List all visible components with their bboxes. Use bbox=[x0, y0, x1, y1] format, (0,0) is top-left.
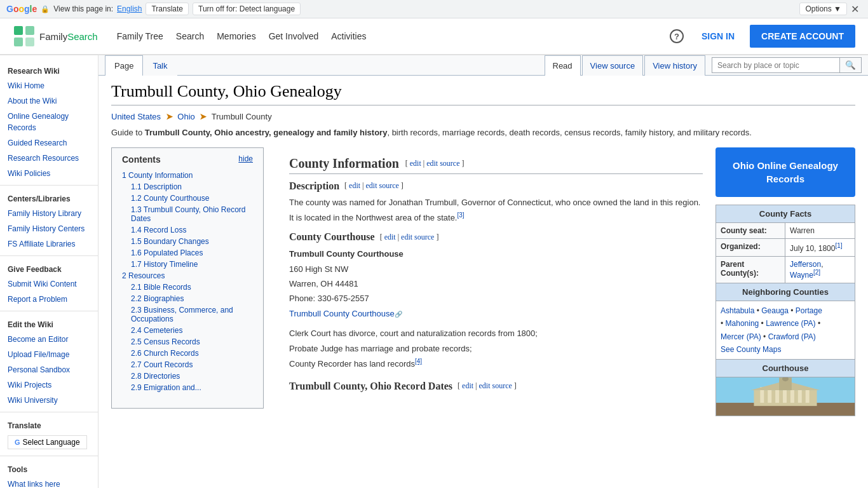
breadcrumb: United States ➤ Ohio ➤ Trumbull County bbox=[111, 112, 855, 121]
parent-county-wayne[interactable]: Wayne bbox=[790, 271, 813, 280]
intro-rest: , birth records, marriage records, death… bbox=[387, 128, 751, 137]
contents-link[interactable]: 2.2 Biographies bbox=[131, 294, 184, 303]
description-edit-link[interactable]: edit bbox=[349, 181, 360, 190]
lawrence-pa-link[interactable]: Lawrence (PA) bbox=[766, 319, 815, 328]
contents-link[interactable]: 1.3 Trumbull County, Ohio Record Dates bbox=[131, 205, 246, 223]
close-translate-button[interactable]: ✕ bbox=[848, 3, 862, 15]
description-edit-source-link[interactable]: edit source bbox=[366, 181, 399, 190]
mahoning-link[interactable]: Mahoning bbox=[726, 319, 759, 328]
wiki-search-button[interactable]: 🔍 bbox=[839, 58, 861, 72]
contents-link[interactable]: 1.7 History Timeline bbox=[131, 260, 198, 269]
contents-link[interactable]: 1.5 Boundary Changes bbox=[131, 237, 209, 246]
contents-list: 1 County Information 1.1 Description 1.2… bbox=[122, 170, 253, 393]
sidebar-personal-sandbox[interactable]: Personal Sandbox bbox=[0, 362, 98, 377]
contents-link[interactable]: 2.5 Census Records bbox=[131, 337, 200, 346]
portage-link[interactable]: Portage bbox=[796, 306, 822, 315]
description-ref[interactable]: [3] bbox=[457, 212, 464, 219]
breadcrumb-us[interactable]: United States bbox=[111, 112, 161, 121]
list-item: 2.6 Church Records bbox=[122, 348, 253, 359]
sign-in-button[interactable]: SIGN IN bbox=[694, 26, 742, 46]
contents-link[interactable]: 1.1 Description bbox=[131, 182, 182, 191]
list-item: 1.7 History Timeline bbox=[122, 259, 253, 270]
list-item: 2.7 Court Records bbox=[122, 359, 253, 370]
sidebar-wiki-home[interactable]: Wiki Home bbox=[0, 78, 98, 93]
contents-link[interactable]: 2.1 Bible Records bbox=[131, 283, 191, 292]
contents-hide-link[interactable]: hide bbox=[238, 154, 253, 165]
translate-language-link[interactable]: English bbox=[117, 4, 142, 13]
parent-county-jefferson[interactable]: Jefferson bbox=[790, 260, 821, 269]
wiki-search-input[interactable] bbox=[712, 58, 839, 72]
tools-title: Tools bbox=[0, 460, 98, 477]
breadcrumb-ohio[interactable]: Ohio bbox=[177, 112, 194, 121]
logo-link[interactable]: FamilySearch bbox=[13, 25, 98, 48]
sidebar-what-links[interactable]: What links here bbox=[0, 477, 98, 488]
contents-link[interactable]: 1.4 Record Loss bbox=[131, 226, 186, 234]
clerk-info2: Probate Judge has marriage and probate r… bbox=[289, 344, 472, 353]
sidebar-online-genealogy[interactable]: Online Genealogy Records bbox=[0, 109, 98, 135]
courthouse-website-link[interactable]: Trumbull County Courthouse🔗 bbox=[289, 309, 402, 318]
county-info-edit-link[interactable]: edit bbox=[410, 159, 421, 168]
courthouse-section: County Courthouse [ edit | edit source ] bbox=[289, 231, 703, 243]
crawford-pa-link[interactable]: Crawford (PA) bbox=[768, 332, 816, 341]
organized-ref[interactable]: [1] bbox=[835, 242, 842, 249]
tab-talk[interactable]: Talk bbox=[143, 55, 177, 76]
help-button[interactable]: ? bbox=[667, 27, 686, 46]
list-item: 1.4 Record Loss bbox=[122, 224, 253, 236]
sidebar-report-problem[interactable]: Report a Problem bbox=[0, 292, 98, 307]
see-county-maps-link[interactable]: See County Maps bbox=[721, 345, 781, 354]
sidebar-wiki-projects[interactable]: Wiki Projects bbox=[0, 377, 98, 393]
contents-link[interactable]: 2 Resources bbox=[122, 271, 165, 280]
nav-memories[interactable]: Memories bbox=[217, 31, 255, 41]
mercer-pa-link[interactable]: Mercer (PA) bbox=[721, 332, 761, 341]
contents-link[interactable]: 1.2 County Courthouse bbox=[131, 194, 209, 203]
courthouse-edit-link[interactable]: edit bbox=[384, 233, 396, 241]
sidebar-research-resources[interactable]: Research Resources bbox=[0, 151, 98, 166]
courthouse-edit-source-link[interactable]: edit source bbox=[401, 233, 434, 241]
contents-link[interactable]: 2.7 Court Records bbox=[131, 360, 193, 369]
sidebar-wiki-university[interactable]: Wiki University bbox=[0, 393, 98, 408]
translate-button[interactable]: Translate bbox=[146, 3, 189, 15]
sidebar-upload-file[interactable]: Upload File/Image bbox=[0, 347, 98, 362]
sidebar-guided-research[interactable]: Guided Research bbox=[0, 135, 98, 151]
contents-link[interactable]: 2.9 Emigration and... bbox=[131, 383, 201, 392]
sidebar-wiki-policies[interactable]: Wiki Policies bbox=[0, 166, 98, 181]
tab-page[interactable]: Page bbox=[105, 55, 143, 76]
ashtabula-link[interactable]: Ashtabula bbox=[721, 306, 754, 315]
geauga-link[interactable]: Geauga bbox=[761, 306, 789, 315]
turn-off-button[interactable]: Turn off for: Detect language bbox=[193, 3, 301, 15]
action-view-source[interactable]: View source bbox=[582, 55, 644, 76]
record-dates-edit-source-link[interactable]: edit source bbox=[478, 381, 512, 390]
sidebar-about-wiki[interactable]: About the Wiki bbox=[0, 93, 98, 109]
parent-ref[interactable]: [2] bbox=[813, 269, 820, 276]
action-view-history[interactable]: View history bbox=[644, 55, 705, 76]
sidebar-fs-affiliate[interactable]: FS Affiliate Libraries bbox=[0, 236, 98, 252]
list-item: 1.3 Trumbull County, Ohio Record Dates bbox=[122, 204, 253, 224]
action-read[interactable]: Read bbox=[545, 55, 581, 76]
sidebar-submit-wiki[interactable]: Submit Wiki Content bbox=[0, 276, 98, 292]
nav-search[interactable]: Search bbox=[176, 31, 204, 41]
contents-link[interactable]: 2.3 Business, Commerce, and Occupations bbox=[131, 306, 233, 323]
content-layout: Research Wiki Wiki Home About the Wiki O… bbox=[0, 55, 868, 488]
sidebar-family-history-centers[interactable]: Family History Centers bbox=[0, 221, 98, 236]
courthouse-svg bbox=[716, 377, 855, 416]
record-dates-edit-link[interactable]: edit bbox=[462, 381, 473, 390]
contents-link[interactable]: 2.4 Cemeteries bbox=[131, 326, 182, 335]
sidebar-become-editor[interactable]: Become an Editor bbox=[0, 332, 98, 347]
page-body: Contents hide 1 County Information 1.1 D… bbox=[111, 147, 855, 417]
clerk-ref[interactable]: [4] bbox=[415, 358, 422, 365]
parent-county-value: Jefferson, Wayne[2] bbox=[785, 256, 855, 283]
contents-link[interactable]: 2.8 Directories bbox=[131, 372, 180, 381]
sidebar-family-history-library[interactable]: Family History Library bbox=[0, 206, 98, 221]
contents-link[interactable]: 1.6 Populated Places bbox=[131, 248, 203, 257]
contents-link[interactable]: 1 County Information bbox=[122, 171, 193, 180]
select-language-button[interactable]: G Select Language bbox=[8, 435, 87, 449]
centers-libraries-title: Centers/Libraries bbox=[0, 189, 98, 206]
contents-link[interactable]: 2.6 Church Records bbox=[131, 349, 199, 358]
nav-family-tree[interactable]: Family Tree bbox=[117, 31, 163, 41]
county-info-edit-source-link[interactable]: edit source bbox=[426, 159, 459, 168]
nav-activities[interactable]: Activities bbox=[331, 31, 366, 41]
create-account-button[interactable]: CREATE ACCOUNT bbox=[750, 25, 855, 48]
options-button[interactable]: Options ▼ bbox=[799, 3, 847, 15]
ohio-records-button[interactable]: Ohio Online Genealogy Records bbox=[715, 147, 855, 197]
nav-get-involved[interactable]: Get Involved bbox=[269, 31, 319, 41]
